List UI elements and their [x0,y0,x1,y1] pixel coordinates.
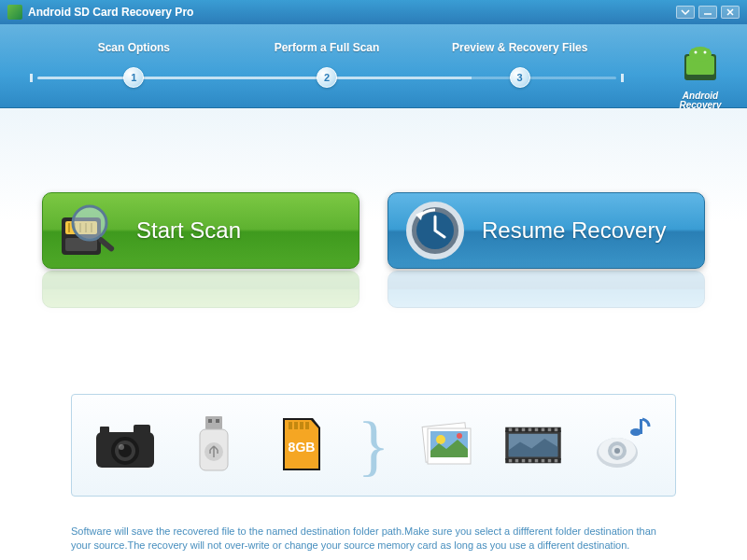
svg-rect-31 [216,419,219,423]
close-button[interactable] [721,6,740,19]
titlebar: Android SD Card Recovery Pro [0,0,747,24]
progress-start-tick [30,74,33,82]
svg-point-6 [695,51,698,54]
svg-rect-69 [640,419,642,434]
svg-rect-54 [509,459,513,463]
svg-point-28 [119,444,124,450]
svg-rect-49 [529,428,532,432]
app-logo: Android Recovery [670,41,730,110]
svg-rect-53 [555,428,558,432]
devices-panel: 8GB } [71,394,676,497]
step-3-circle: 3 [510,67,530,88]
svg-rect-45 [505,458,561,463]
start-scan-label: Start Scan [136,217,359,244]
sd-card-icon: 8GB [269,413,334,478]
svg-rect-37 [305,422,309,429]
step-3-label: Preview & Recovery Files [423,41,616,54]
svg-rect-46 [509,428,513,432]
window-title: Android SD Card Recovery Pro [28,6,672,19]
sd-capacity-text: 8GB [289,440,316,455]
svg-rect-34 [289,422,292,429]
footer-hint: Software will save the recovered file to… [71,525,676,553]
audio-icon [589,413,655,478]
usb-drive-icon [181,413,247,478]
resume-recovery-reflection [388,271,705,308]
tray-button[interactable] [676,6,695,19]
video-icon [500,413,566,478]
clock-restore-icon [388,198,482,263]
svg-point-16 [73,206,106,240]
svg-rect-23 [134,425,150,434]
svg-rect-29 [205,416,222,429]
step-2-circle: 2 [317,67,337,88]
steps-labels: Scan Options Perform a Full Scan Preview… [37,41,616,67]
start-scan-button[interactable]: Start Scan [42,192,359,269]
brace-divider: } [358,413,390,478]
start-scan-reflection [42,271,359,308]
svg-point-67 [614,448,620,454]
app-icon [7,5,22,20]
svg-rect-57 [529,459,532,463]
svg-rect-52 [548,428,552,432]
svg-rect-60 [548,459,552,463]
svg-rect-44 [505,427,561,432]
svg-rect-24 [100,427,109,434]
svg-rect-55 [515,459,519,463]
step-1-circle: 1 [123,67,144,88]
main-content: Start Scan Resume Recovery [0,108,747,560]
camera-icon [92,413,158,478]
resume-recovery-button[interactable]: Resume Recovery [388,192,705,269]
svg-rect-35 [294,422,298,429]
svg-rect-61 [555,459,558,463]
progress-end-tick [621,74,624,82]
svg-point-42 [457,433,462,439]
step-2-label: Perform a Full Scan [231,41,424,54]
svg-rect-30 [208,419,212,423]
header: Scan Options Perform a Full Scan Preview… [0,24,747,108]
svg-rect-48 [522,428,526,432]
step-1-label: Scan Options [37,41,231,54]
svg-rect-50 [535,428,539,432]
photo-icon [413,413,478,478]
svg-rect-56 [522,459,526,463]
steps-circles: 1 2 3 [37,67,616,88]
svg-point-41 [436,435,445,444]
svg-rect-51 [542,428,545,432]
svg-point-5 [689,47,712,62]
svg-rect-47 [515,428,519,432]
action-buttons: Start Scan Resume Recovery [0,192,747,308]
svg-rect-36 [300,422,303,429]
resume-recovery-label: Resume Recovery [482,217,704,244]
scan-drive-icon [43,193,136,268]
minimize-button[interactable] [698,6,717,19]
svg-rect-59 [542,459,545,463]
svg-point-7 [704,51,707,54]
svg-rect-58 [535,459,539,463]
